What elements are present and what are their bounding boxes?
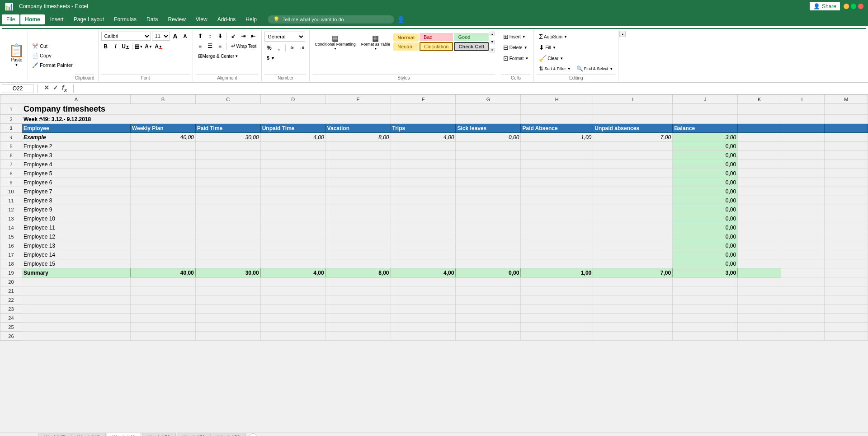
header-unpaid-absences[interactable]: Unpaid absences — [593, 124, 673, 133]
sheet-tab-Week-#48[interactable]: Week #48 — [71, 433, 105, 436]
autosum-button[interactable]: Σ AutoSum ▼ — [537, 32, 570, 42]
copy-button[interactable]: 📄 Copy — [30, 52, 75, 60]
cell-15-g[interactable] — [456, 232, 521, 241]
cell-summary-unpaid-absence[interactable]: 7,00 — [593, 268, 673, 277]
cell-23d[interactable] — [260, 305, 326, 314]
confirm-formula-icon[interactable]: ✓ — [52, 84, 59, 93]
cell-9-k[interactable] — [738, 178, 781, 187]
cell-10-m[interactable] — [824, 187, 868, 196]
cell-summary-balance[interactable]: 3,00 — [673, 268, 738, 277]
cell-18-k[interactable] — [738, 259, 781, 268]
cell-7-h[interactable] — [521, 160, 593, 169]
cell-14-b[interactable] — [130, 223, 195, 232]
cell-21a[interactable] — [22, 286, 130, 295]
cell-21f[interactable] — [391, 286, 456, 295]
cell-9-c[interactable] — [195, 178, 260, 187]
cell-14-c[interactable] — [195, 223, 260, 232]
header-paid-time[interactable]: Paid Time — [195, 124, 260, 133]
cell-6-balance[interactable]: 0,00 — [673, 151, 738, 160]
cell-24c[interactable] — [195, 314, 260, 323]
cell-10-k[interactable] — [738, 187, 781, 196]
font-family-select[interactable]: Calibri — [101, 32, 151, 41]
cell-21e[interactable] — [326, 286, 391, 295]
cell-6-h[interactable] — [521, 151, 593, 160]
subtitle-cell[interactable]: Week #49: 3.12.- 9.12.2018 — [22, 115, 391, 124]
cell-11-e[interactable] — [326, 196, 391, 205]
col-header-f[interactable]: F — [391, 95, 456, 104]
cell-21m[interactable] — [824, 286, 868, 295]
cell-17-h[interactable] — [521, 250, 593, 259]
cell-15-e[interactable] — [326, 232, 391, 241]
cell-example-vacation[interactable]: 8,00 — [326, 133, 391, 142]
cell-8-name[interactable]: Employee 5 — [22, 169, 130, 178]
cell-14-g[interactable] — [456, 223, 521, 232]
cell-2i[interactable] — [593, 115, 673, 124]
cell-17-k[interactable] — [738, 250, 781, 259]
cell-20m[interactable] — [824, 277, 868, 286]
cell-9-i[interactable] — [593, 178, 673, 187]
format-as-table-button[interactable]: ▦ Format as Table ▼ — [359, 32, 392, 52]
header-l[interactable] — [781, 124, 825, 133]
cell-23j[interactable] — [673, 305, 738, 314]
col-header-c[interactable]: C — [195, 95, 260, 104]
col-header-h[interactable]: H — [521, 95, 593, 104]
font-size-select[interactable]: 11 — [152, 32, 170, 41]
cell-21c[interactable] — [195, 286, 260, 295]
cell-20f[interactable] — [391, 277, 456, 286]
cell-25d[interactable] — [260, 323, 326, 332]
cell-7-l[interactable] — [781, 160, 825, 169]
cell-18-g[interactable] — [456, 259, 521, 268]
cell-12-name[interactable]: Employee 9 — [22, 205, 130, 214]
menu-insert[interactable]: Insert — [46, 14, 68, 24]
cell-18-balance[interactable]: 0,00 — [673, 259, 738, 268]
cell-5-b[interactable] — [130, 142, 195, 151]
cell-9-m[interactable] — [824, 178, 868, 187]
cell-12-c[interactable] — [195, 205, 260, 214]
header-k[interactable] — [738, 124, 781, 133]
cell-14-f[interactable] — [391, 223, 456, 232]
col-header-j[interactable]: J — [673, 95, 738, 104]
header-paid-absence[interactable]: Paid Absence — [521, 124, 593, 133]
currency-button[interactable]: $ ▼ — [264, 53, 277, 62]
cell-16-i[interactable] — [593, 241, 673, 250]
cell-12-l[interactable] — [781, 205, 825, 214]
cell-1i[interactable] — [593, 104, 673, 115]
scrollable-sheet[interactable]: A B C D E F G H I J K L M 1 — [0, 94, 868, 432]
cell-18-b[interactable] — [130, 259, 195, 268]
cell-26h[interactable] — [521, 332, 593, 341]
cell-15-f[interactable] — [391, 232, 456, 241]
cell-18-m[interactable] — [824, 259, 868, 268]
cell-summary-paid[interactable]: 30,00 — [195, 268, 260, 277]
font-color-button[interactable]: A▼ — [154, 42, 163, 51]
cell-25l[interactable] — [781, 323, 825, 332]
cell-8-l[interactable] — [781, 169, 825, 178]
cell-15-i[interactable] — [593, 232, 673, 241]
cell-24g[interactable] — [456, 314, 521, 323]
menu-home[interactable]: Home — [20, 14, 44, 24]
cell-23g[interactable] — [456, 305, 521, 314]
cell-6-d[interactable] — [260, 151, 326, 160]
cell-11-name[interactable]: Employee 8 — [22, 196, 130, 205]
cell-6-g[interactable] — [456, 151, 521, 160]
minimize-button[interactable] — [844, 4, 849, 9]
cell-21b[interactable] — [130, 286, 195, 295]
cell-example-balance[interactable]: 3,00 — [673, 133, 738, 142]
sheet-tab-Week-#51[interactable]: Week #51 — [177, 433, 211, 436]
maximize-button[interactable] — [851, 4, 856, 9]
indent-decrease-button[interactable]: ⇤ — [249, 32, 258, 41]
collapse-ribbon-button[interactable]: ▲ — [619, 31, 626, 37]
cell-23b[interactable] — [130, 305, 195, 314]
cell-15-balance[interactable]: 0,00 — [673, 232, 738, 241]
cell-8-c[interactable] — [195, 169, 260, 178]
clear-button[interactable]: 🧹 Clear ▼ — [537, 53, 566, 63]
cell-7-k[interactable] — [738, 160, 781, 169]
cell-21g[interactable] — [456, 286, 521, 295]
cell-10-balance[interactable]: 0,00 — [673, 187, 738, 196]
cell-25c[interactable] — [195, 323, 260, 332]
cell-18-h[interactable] — [521, 259, 593, 268]
cell-20d[interactable] — [260, 277, 326, 286]
cell-4l[interactable] — [781, 133, 825, 142]
cell-26g[interactable] — [456, 332, 521, 341]
cell-12-b[interactable] — [130, 205, 195, 214]
cell-5-d[interactable] — [260, 142, 326, 151]
